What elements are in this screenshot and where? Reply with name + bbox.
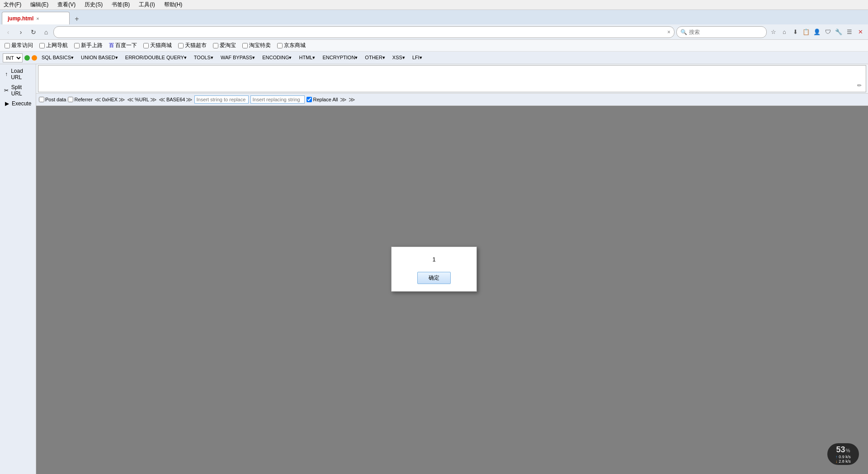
bookmark-tianmao-super[interactable]: 天猫超市: [176, 41, 208, 50]
home-button[interactable]: ⌂: [41, 27, 52, 38]
dialog-confirm-button[interactable]: 确定: [417, 272, 451, 284]
forward-button[interactable]: ›: [15, 27, 26, 38]
new-tab-button[interactable]: +: [71, 14, 82, 24]
bookmark-label-shangwang: 上网导航: [46, 42, 68, 49]
bookmark-label-jd: 京东商城: [284, 42, 306, 49]
bookmarks-bar: 最常访问 上网导航 新手上路 百 百度一下 天猫商城 天猫超市 爱淘宝 淘宝特卖: [0, 40, 868, 52]
browser-window: 文件(F) 编辑(E) 查看(V) 历史(S) 书签(B) 工具(I) 帮助(H…: [0, 0, 868, 474]
account-icon[interactable]: 👤: [812, 27, 822, 37]
url-bar-icons: ×: [667, 29, 670, 35]
menu-edit[interactable]: 编辑(E): [28, 0, 50, 9]
addon-icon[interactable]: 🔧: [834, 27, 844, 37]
plugin-menu-sql-basics[interactable]: SQL BASICS▾: [39, 54, 76, 62]
menu-file[interactable]: 文件(F): [2, 0, 23, 9]
alert-dialog: 1 确定: [391, 246, 477, 292]
plugin-menu-other[interactable]: OTHER▾: [362, 54, 388, 62]
content-area: ↑ Load URL ✂ Split URL ▶ Execute ✏: [0, 64, 868, 474]
bookmark-checkbox-zuichang[interactable]: [5, 43, 10, 48]
browser-tab[interactable]: jump.html ×: [2, 12, 70, 24]
plugin-menu-html[interactable]: HTML▾: [296, 54, 318, 62]
tab-url: jump.html: [8, 15, 33, 22]
plugin-menu-tools[interactable]: TOOLS▾: [191, 54, 216, 62]
bookmark-label-xinshou: 新手上路: [81, 42, 103, 49]
home-icon[interactable]: ⌂: [779, 27, 789, 37]
refresh-button[interactable]: ↻: [28, 27, 39, 38]
plugin-menu-lfi[interactable]: LFI▾: [410, 54, 425, 62]
search-input[interactable]: [689, 29, 752, 35]
status-dot-orange: [32, 55, 37, 61]
history-icon[interactable]: 📋: [801, 27, 811, 37]
dialog-overlay: 1 确定: [0, 64, 868, 474]
menu-view[interactable]: 查看(V): [56, 0, 77, 9]
plugin-menu-union[interactable]: UNION BASED▾: [78, 54, 121, 62]
plugin-bar: INT SQL BASICS▾ UNION BASED▾ ERROR/DOUBL…: [0, 52, 868, 64]
bookmark-label-zuichang: 最常访问: [11, 42, 33, 49]
bookmark-checkbox-tianmao[interactable]: [143, 43, 149, 48]
bookmark-tianmao[interactable]: 天猫商城: [142, 41, 174, 50]
close-window-button[interactable]: ✕: [855, 27, 865, 37]
bookmark-label-tianmao: 天猫商城: [150, 42, 172, 49]
back-button[interactable]: ‹: [3, 27, 14, 38]
bookmark-star-icon[interactable]: ☆: [769, 27, 778, 37]
bookmark-xinshou[interactable]: 新手上路: [72, 41, 104, 50]
url-input[interactable]: [59, 29, 665, 35]
menu-history[interactable]: 历史(S): [83, 0, 104, 9]
search-icon: 🔍: [680, 29, 687, 35]
bookmark-icon-baidu: 百: [109, 42, 114, 49]
int-selector[interactable]: INT: [3, 53, 23, 62]
bookmark-label-baidu: 百度一下: [115, 42, 137, 49]
menu-bookmarks[interactable]: 书签(B): [110, 0, 132, 9]
url-bar-container[interactable]: ×: [53, 26, 675, 38]
shield-icon[interactable]: 🛡: [823, 27, 833, 37]
bookmark-checkbox-shangwang[interactable]: [39, 43, 45, 48]
bookmark-jd[interactable]: 京东商城: [275, 41, 307, 50]
plugin-menu-error[interactable]: ERROR/DOUBLE QUERY▾: [123, 54, 189, 62]
plugin-menu-waf[interactable]: WAF BYPASS▾: [218, 54, 258, 62]
bookmark-checkbox-taobao-special[interactable]: [242, 43, 248, 48]
bookmark-checkbox-xinshou[interactable]: [74, 43, 80, 48]
bookmark-aitaobao[interactable]: 爱淘宝: [211, 41, 238, 50]
plugin-menu-encryption[interactable]: ENCRYPTION▾: [320, 54, 360, 62]
clear-url-button[interactable]: ×: [667, 29, 670, 35]
bookmark-label-aitaobao: 爱淘宝: [220, 42, 236, 49]
bookmark-checkbox-jd[interactable]: [277, 43, 283, 48]
bookmark-checkbox-aitaobao[interactable]: [213, 43, 218, 48]
dialog-message: 1: [432, 256, 435, 263]
menu-icon[interactable]: ☰: [844, 27, 854, 37]
menu-tools[interactable]: 工具(I): [137, 0, 156, 9]
bookmark-checkbox-tianmao-super[interactable]: [178, 43, 184, 48]
menu-bar: 文件(F) 编辑(E) 查看(V) 历史(S) 书签(B) 工具(I) 帮助(H…: [0, 0, 868, 10]
bookmark-baidu[interactable]: 百 百度一下: [107, 41, 139, 50]
bookmark-taobao-special[interactable]: 淘宝特卖: [241, 41, 273, 50]
tab-bar: jump.html × +: [0, 10, 868, 24]
nav-bar: ‹ › ↻ ⌂ × 🔍 ☆ ⌂ ⬇ 📋 👤 🛡 🔧 ☰ ✕: [0, 24, 868, 40]
bookmark-zuichang[interactable]: 最常访问: [3, 41, 35, 50]
download-icon[interactable]: ⬇: [790, 27, 800, 37]
status-dot-green: [24, 55, 30, 61]
bookmark-label-taobao-special: 淘宝特卖: [249, 42, 271, 49]
menu-help[interactable]: 帮助(H): [162, 0, 184, 9]
plugin-menu-xss[interactable]: XSS▾: [390, 54, 408, 62]
tab-close-button[interactable]: ×: [36, 16, 39, 21]
browser-icons: ☆ ⌂ ⬇ 📋 👤 🛡 🔧 ☰ ✕: [769, 27, 865, 37]
bookmark-label-tianmao-super: 天猫超市: [185, 42, 207, 49]
plugin-menu-encoding[interactable]: ENCODING▾: [259, 54, 294, 62]
search-bar-container[interactable]: 🔍: [676, 26, 767, 38]
bookmark-shangwang[interactable]: 上网导航: [38, 41, 70, 50]
